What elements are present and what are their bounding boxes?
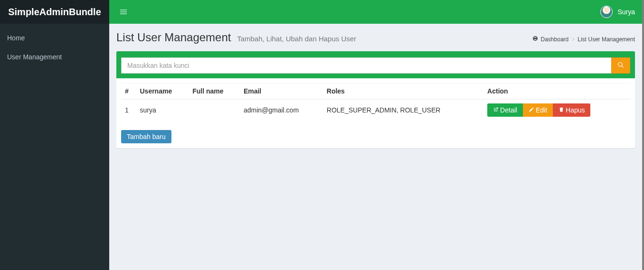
avatar-icon (600, 6, 613, 18)
cell-actions: Detail Edit Hapus (483, 99, 630, 121)
edit-label: Edit (536, 106, 547, 114)
cell-num: 1 (121, 99, 136, 121)
col-num: # (121, 84, 136, 100)
table-row: 1 surya admin@gmail.com ROLE_SUPER_ADMIN… (121, 99, 630, 121)
cell-roles: ROLE_SUPER_ADMIN, ROLE_USER (323, 99, 483, 121)
content-header: List User Management Tambah, Lihat, Ubah… (109, 24, 642, 44)
sidebar-nav: Home User Management (0, 24, 109, 66)
list-box: # Username Full name Email Roles Action … (116, 51, 635, 148)
detail-button[interactable]: Detail (487, 103, 523, 117)
content: # Username Full name Email Roles Action … (109, 44, 642, 155)
breadcrumb-dashboard[interactable]: Dashboard (541, 36, 569, 43)
brand-logo: SimpleAdminBundle (0, 0, 109, 24)
trash-icon (559, 106, 564, 114)
sidebar-item-user-management[interactable]: User Management (0, 47, 109, 66)
cell-username: surya (136, 99, 189, 121)
dashboard-icon (532, 36, 538, 43)
search-bar (116, 53, 635, 78)
box-footer: Tambah baru (116, 125, 635, 148)
col-fullname: Full name (189, 84, 240, 100)
edit-button[interactable]: Edit (523, 103, 553, 117)
user-name: Surya (617, 8, 635, 16)
topbar: Surya (109, 0, 642, 24)
breadcrumb-current: List User Management (578, 36, 635, 43)
col-email: Email (240, 84, 323, 100)
table-container: # Username Full name Email Roles Action … (116, 78, 635, 125)
share-icon (493, 106, 499, 114)
delete-button[interactable]: Hapus (553, 103, 590, 117)
col-action: Action (483, 84, 630, 100)
col-username: Username (136, 84, 189, 100)
menu-toggle-icon[interactable] (116, 5, 131, 19)
page-title-text: List User Management (116, 31, 231, 44)
breadcrumb: Dashboard > List User Management (532, 36, 635, 43)
cell-email: admin@gmail.com (240, 99, 323, 121)
main: Surya List User Management Tambah, Lihat… (109, 0, 644, 270)
svg-rect-0 (120, 9, 127, 10)
breadcrumb-separator: > (571, 36, 575, 43)
table-header-row: # Username Full name Email Roles Action (121, 84, 630, 100)
search-icon (617, 62, 624, 70)
detail-label: Detail (500, 106, 517, 114)
add-new-button[interactable]: Tambah baru (121, 130, 171, 143)
delete-label: Hapus (566, 106, 585, 114)
page-subtitle: Tambah, Lihat, Ubah dan Hapus User (237, 35, 356, 43)
svg-rect-1 (120, 11, 127, 12)
sidebar-item-home[interactable]: Home (0, 28, 109, 47)
col-roles: Roles (323, 84, 483, 100)
page-title: List User Management Tambah, Lihat, Ubah… (116, 31, 356, 44)
search-button[interactable] (611, 57, 630, 74)
pencil-icon (529, 106, 534, 114)
user-table: # Username Full name Email Roles Action … (121, 83, 630, 121)
svg-rect-2 (120, 14, 127, 14)
user-menu[interactable]: Surya (600, 6, 635, 18)
cell-fullname (189, 99, 240, 121)
search-input[interactable] (121, 57, 611, 74)
sidebar: SimpleAdminBundle Home User Management (0, 0, 109, 270)
action-group: Detail Edit Hapus (487, 103, 626, 117)
